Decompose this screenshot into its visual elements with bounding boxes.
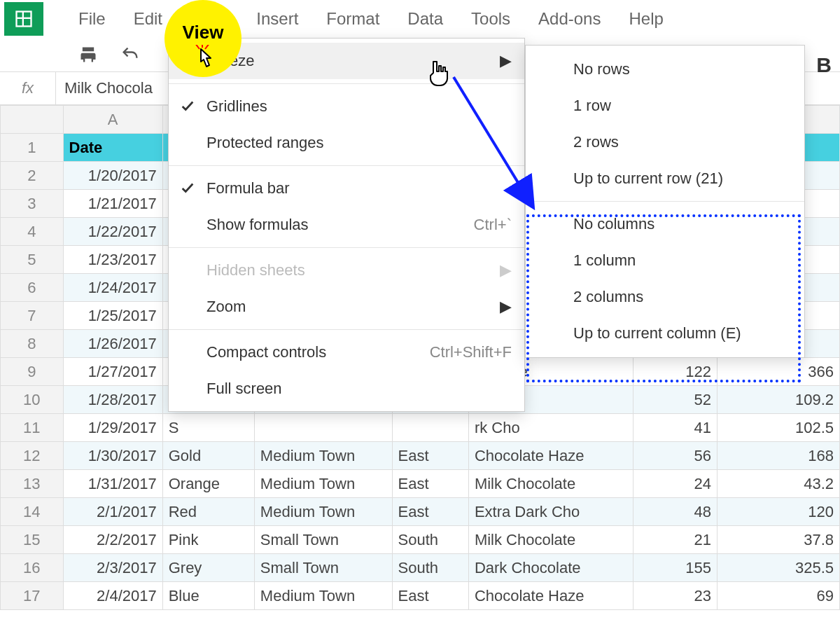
row-number[interactable]: 7 — [1, 302, 64, 330]
freeze-item[interactable]: Up to current row (21) — [526, 160, 804, 197]
menu-item-gridlines[interactable]: Gridlines — [169, 88, 524, 125]
menu-file[interactable]: File — [64, 6, 120, 32]
freeze-item[interactable]: 1 row — [526, 88, 804, 124]
cell[interactable]: 1/28/2017 — [63, 386, 162, 414]
cell[interactable]: Grey — [162, 554, 254, 582]
row-number[interactable]: 5 — [1, 246, 64, 274]
cell[interactable]: Gold — [162, 442, 254, 470]
table-row[interactable]: 111/29/2017Srk Cho41102.5 — [1, 414, 840, 442]
cell[interactable]: 56 — [633, 442, 717, 470]
menu-add-ons[interactable]: Add-ons — [524, 6, 615, 32]
cell[interactable]: 43.2 — [718, 470, 840, 498]
cell[interactable]: South — [392, 554, 468, 582]
cell[interactable]: 52 — [633, 386, 717, 414]
cell[interactable]: 325.5 — [718, 554, 840, 582]
cell[interactable]: 366 — [718, 358, 840, 386]
cell[interactable]: 122 — [633, 358, 717, 386]
cell[interactable]: 120 — [718, 498, 840, 526]
cell[interactable]: 2/4/2017 — [63, 582, 162, 610]
cell[interactable]: 1/23/2017 — [63, 246, 162, 274]
cell[interactable]: Chocolate Haze — [468, 582, 633, 610]
cell[interactable]: 24 — [633, 470, 717, 498]
bold-button[interactable]: B — [816, 53, 832, 77]
row-number[interactable]: 17 — [1, 582, 64, 610]
print-icon[interactable] — [77, 43, 99, 66]
cell[interactable]: 2/1/2017 — [63, 498, 162, 526]
freeze-item[interactable]: Up to current column (E) — [526, 315, 804, 352]
cell[interactable]: 1/31/2017 — [63, 470, 162, 498]
cell[interactable]: 168 — [718, 442, 840, 470]
table-row[interactable]: 142/1/2017RedMedium TownEastExtra Dark C… — [1, 498, 840, 526]
cell[interactable]: 1/24/2017 — [63, 274, 162, 302]
cell[interactable]: Milk Chocolate — [468, 470, 633, 498]
cell[interactable]: East — [392, 582, 468, 610]
cell[interactable]: 23 — [633, 582, 717, 610]
menu-item-full-screen[interactable]: Full screen — [169, 371, 524, 407]
cell[interactable]: Extra Dark Cho — [468, 498, 633, 526]
menu-item-protected-ranges[interactable]: Protected ranges — [169, 125, 524, 161]
menu-tools[interactable]: Tools — [457, 6, 524, 32]
cell[interactable]: 69 — [718, 582, 840, 610]
freeze-item[interactable]: No columns — [526, 206, 804, 242]
cell[interactable]: 37.8 — [718, 526, 840, 554]
cell[interactable]: East — [392, 498, 468, 526]
cell[interactable]: Medium Town — [254, 582, 392, 610]
cell[interactable]: Milk Chocolate — [468, 526, 633, 554]
cell[interactable]: 1/22/2017 — [63, 218, 162, 246]
column-header[interactable]: A — [63, 106, 162, 134]
cell[interactable]: Dark Chocolate — [468, 554, 633, 582]
cell[interactable]: 1/26/2017 — [63, 330, 162, 358]
table-row[interactable]: 152/2/2017PinkSmall TownSouthMilk Chocol… — [1, 526, 840, 554]
row-number[interactable]: 9 — [1, 358, 64, 386]
cell[interactable]: 102.5 — [718, 414, 840, 442]
cell[interactable]: 2/3/2017 — [63, 554, 162, 582]
row-number[interactable]: 11 — [1, 414, 64, 442]
cell[interactable]: 2/2/2017 — [63, 526, 162, 554]
menu-item-show-formulas[interactable]: Show formulasCtrl+` — [169, 207, 524, 243]
cell[interactable] — [392, 414, 468, 442]
table-row[interactable]: 121/30/2017GoldMedium TownEastChocolate … — [1, 442, 840, 470]
cell[interactable]: 48 — [633, 498, 717, 526]
freeze-item[interactable]: 1 column — [526, 242, 804, 279]
cell[interactable]: 21 — [633, 526, 717, 554]
menu-item-formula-bar[interactable]: Formula bar — [169, 170, 524, 207]
cell[interactable]: rk Cho — [468, 414, 633, 442]
cell[interactable]: 1/20/2017 — [63, 162, 162, 190]
cell[interactable]: Medium Town — [254, 470, 392, 498]
cell[interactable]: 1/27/2017 — [63, 358, 162, 386]
table-row[interactable]: 162/3/2017GreySmall TownSouthDark Chocol… — [1, 554, 840, 582]
table-row[interactable]: 131/31/2017OrangeMedium TownEastMilk Cho… — [1, 470, 840, 498]
freeze-item[interactable]: No rows — [526, 51, 804, 88]
cell[interactable]: Small Town — [254, 554, 392, 582]
cell[interactable]: Chocolate Haze — [468, 442, 633, 470]
row-number[interactable]: 3 — [1, 190, 64, 218]
freeze-item[interactable]: 2 rows — [526, 124, 804, 160]
row-number[interactable]: 12 — [1, 442, 64, 470]
row-number[interactable]: 14 — [1, 498, 64, 526]
cell[interactable]: Orange — [162, 470, 254, 498]
menu-item-compact-controls[interactable]: Compact controlsCtrl+Shift+F — [169, 334, 524, 371]
table-row[interactable]: 172/4/2017BlueMedium TownEastChocolate H… — [1, 582, 840, 610]
menu-item-zoom[interactable]: Zoom▶ — [169, 289, 524, 325]
cell[interactable]: East — [392, 470, 468, 498]
row-number[interactable]: 8 — [1, 330, 64, 358]
cell[interactable]: S — [162, 414, 254, 442]
cell[interactable]: 1/25/2017 — [63, 302, 162, 330]
app-logo[interactable] — [4, 2, 43, 36]
row-number[interactable]: 10 — [1, 386, 64, 414]
row-number[interactable]: 15 — [1, 526, 64, 554]
cell[interactable]: Pink — [162, 526, 254, 554]
row-number[interactable]: 6 — [1, 274, 64, 302]
row-number[interactable]: 13 — [1, 470, 64, 498]
menu-insert[interactable]: Insert — [242, 6, 312, 32]
freeze-item[interactable]: 2 columns — [526, 279, 804, 315]
cell[interactable] — [254, 414, 392, 442]
cell[interactable]: 1/29/2017 — [63, 414, 162, 442]
row-number[interactable]: 1 — [1, 134, 64, 162]
menu-format[interactable]: Format — [312, 6, 393, 32]
cell[interactable]: Red — [162, 498, 254, 526]
cell[interactable]: 41 — [633, 414, 717, 442]
row-number[interactable]: 16 — [1, 554, 64, 582]
row-number[interactable]: 4 — [1, 218, 64, 246]
cell[interactable]: East — [392, 442, 468, 470]
